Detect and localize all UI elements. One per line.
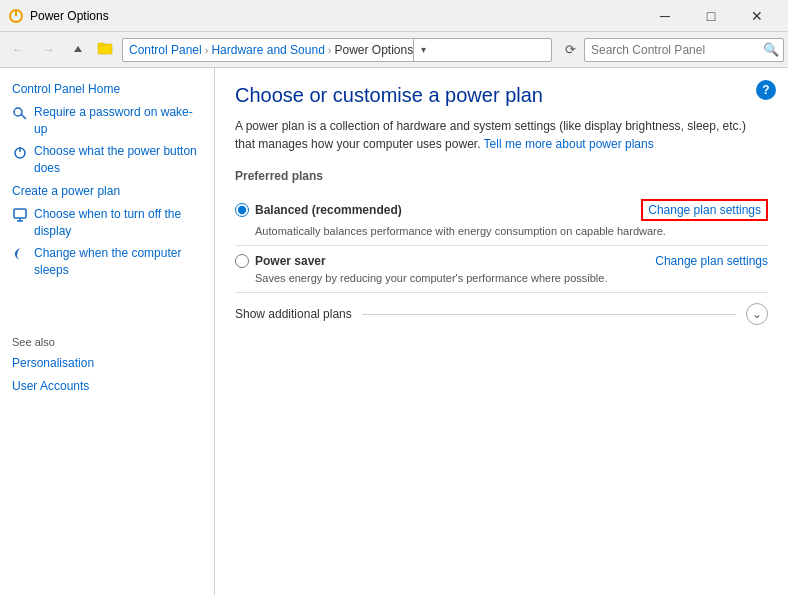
search-bar: 🔍 xyxy=(584,38,784,62)
sidebar: Control Panel Home Require a password on… xyxy=(0,68,215,595)
display-icon xyxy=(12,207,28,223)
page-title: Choose or customise a power plan xyxy=(235,84,768,107)
expand-icon: ⌄ xyxy=(746,303,768,325)
plan-header-power-saver: Power saver Change plan settings xyxy=(235,254,768,268)
title-bar: Power Options ─ □ ✕ xyxy=(0,0,788,32)
minimize-button[interactable]: ─ xyxy=(642,0,688,32)
help-icon[interactable]: ? xyxy=(756,80,776,100)
plan-balanced-label[interactable]: Balanced (recommended) xyxy=(235,203,402,217)
key-icon xyxy=(12,105,28,121)
learn-more-link[interactable]: Tell me more about power plans xyxy=(484,137,654,151)
sidebar-item-control-panel-home[interactable]: Control Panel Home xyxy=(0,78,214,101)
plan-header-balanced: Balanced (recommended) Change plan setti… xyxy=(235,199,768,221)
folder-icon xyxy=(97,40,113,59)
show-additional-plans[interactable]: Show additional plans ⌄ xyxy=(235,293,768,335)
sidebar-item-personalisation[interactable]: Personalisation xyxy=(0,352,214,375)
plan-item-balanced: Balanced (recommended) Change plan setti… xyxy=(235,191,768,246)
breadcrumb-power-options: Power Options xyxy=(334,43,413,57)
sleep-icon xyxy=(12,246,28,262)
show-additional-label: Show additional plans xyxy=(235,307,352,321)
sidebar-item-computer-sleeps[interactable]: Change when the computer sleeps xyxy=(0,242,214,282)
sidebar-item-display-off-label: Choose when to turn off the display xyxy=(34,206,202,240)
breadcrumb: Control Panel › Hardware and Sound › Pow… xyxy=(122,38,552,62)
up-button[interactable] xyxy=(64,36,92,64)
change-plan-settings-balanced[interactable]: Change plan settings xyxy=(641,199,768,221)
sidebar-item-password-wake[interactable]: Require a password on wake-up xyxy=(0,101,214,141)
divider xyxy=(362,314,736,315)
page-description: A power plan is a collection of hardware… xyxy=(235,117,768,153)
forward-button[interactable]: → xyxy=(34,36,62,64)
window-controls: ─ □ ✕ xyxy=(642,0,780,32)
change-plan-settings-power-saver[interactable]: Change plan settings xyxy=(655,254,768,268)
plan-power-saver-label[interactable]: Power saver xyxy=(235,254,326,268)
sidebar-item-computer-sleeps-label: Change when the computer sleeps xyxy=(34,245,202,279)
refresh-button[interactable]: ⟳ xyxy=(558,38,582,62)
main-panel: ? Choose or customise a power plan A pow… xyxy=(215,68,788,595)
sidebar-item-create-plan[interactable]: Create a power plan xyxy=(0,180,214,203)
back-button[interactable]: ← xyxy=(4,36,32,64)
plan-item-power-saver: Power saver Change plan settings Saves e… xyxy=(235,246,768,293)
search-button[interactable]: 🔍 xyxy=(759,38,783,62)
sidebar-item-user-accounts[interactable]: User Accounts xyxy=(0,375,214,398)
sidebar-item-power-button-label: Choose what the power button does xyxy=(34,143,202,177)
plan-power-saver-name: Power saver xyxy=(255,254,326,268)
preferred-plans-label: Preferred plans xyxy=(235,169,768,183)
breadcrumb-control-panel[interactable]: Control Panel xyxy=(129,43,202,57)
see-also-section: See also Personalisation User Accounts xyxy=(0,322,214,398)
close-button[interactable]: ✕ xyxy=(734,0,780,32)
breadcrumb-hardware-sound[interactable]: Hardware and Sound xyxy=(211,43,324,57)
window-icon xyxy=(8,8,24,24)
content-area: Control Panel Home Require a password on… xyxy=(0,68,788,595)
plan-balanced-radio[interactable] xyxy=(235,203,249,217)
maximize-button[interactable]: □ xyxy=(688,0,734,32)
power-button-icon xyxy=(12,144,28,160)
see-also-title: See also xyxy=(0,322,214,352)
plan-balanced-name: Balanced (recommended) xyxy=(255,203,402,217)
plan-power-saver-radio[interactable] xyxy=(235,254,249,268)
svg-line-5 xyxy=(21,114,26,119)
breadcrumb-dropdown[interactable]: ▾ xyxy=(413,38,433,62)
svg-rect-3 xyxy=(98,43,104,46)
svg-rect-8 xyxy=(14,209,26,218)
plan-power-saver-desc: Saves energy by reducing your computer's… xyxy=(255,272,768,284)
nav-bar: ← → Control Panel › Hardware and Sound ›… xyxy=(0,32,788,68)
plan-balanced-desc: Automatically balances performance with … xyxy=(255,225,768,237)
sidebar-item-display-off[interactable]: Choose when to turn off the display xyxy=(0,203,214,243)
sidebar-item-power-button[interactable]: Choose what the power button does xyxy=(0,140,214,180)
search-input[interactable] xyxy=(585,43,759,57)
sidebar-item-password-wake-label: Require a password on wake-up xyxy=(34,104,202,138)
window-title: Power Options xyxy=(30,9,642,23)
